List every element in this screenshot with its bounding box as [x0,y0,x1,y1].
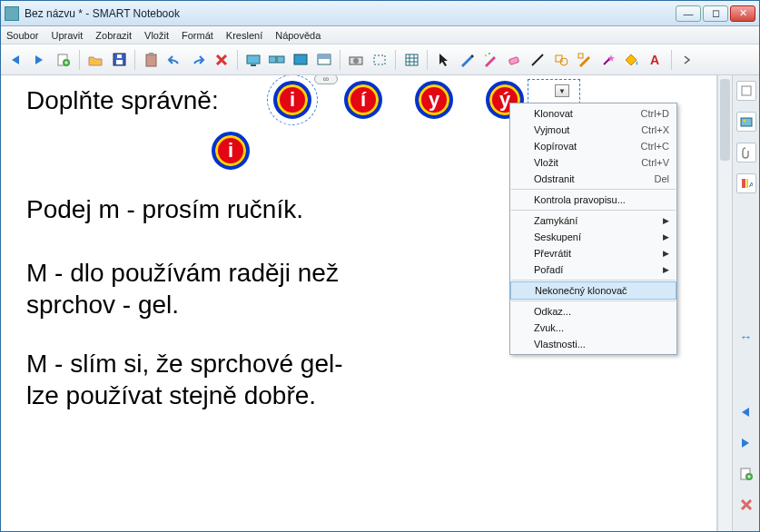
vertical-scrollbar[interactable] [717,75,732,531]
svg-rect-22 [556,55,562,62]
delete-button[interactable] [212,50,232,70]
side-panel: A ↔ [732,75,759,531]
svg-rect-29 [742,179,745,188]
svg-rect-17 [406,54,418,65]
svg-rect-4 [117,54,122,58]
svg-rect-10 [277,56,284,63]
svg-text:A: A [749,181,753,189]
svg-rect-6 [149,53,153,56]
letter-circle-clone[interactable]: i [212,132,250,170]
shape-recognition-button[interactable] [575,50,595,70]
table-button[interactable] [401,50,421,70]
letter-circle-y[interactable]: y [415,81,453,119]
ctx-paste[interactable]: VložitCtrl+V [510,154,676,171]
line-button[interactable] [528,50,548,70]
prev-page-button[interactable] [736,402,756,422]
minimize-button[interactable]: — [676,5,701,22]
shade-button[interactable] [314,50,334,70]
undo-button[interactable] [164,50,184,70]
panel-collapse-icon[interactable]: ↔ [740,330,753,344]
ctx-locking[interactable]: Zamykání▶ [510,212,676,229]
shape-button[interactable] [551,50,571,70]
pointer-button[interactable] [433,50,453,70]
delete-page-button[interactable] [736,495,756,515]
tab-attachments[interactable] [736,143,756,163]
forward-button[interactable] [30,50,50,70]
new-page-button[interactable] [54,50,74,70]
save-button[interactable] [109,50,129,70]
ctx-grouping[interactable]: Seskupení▶ [510,229,676,245]
tab-gallery[interactable] [736,112,756,132]
tab-page-sorter[interactable] [736,81,756,101]
fill-button[interactable] [622,50,642,70]
letter-circle-i-acute[interactable]: í [344,81,382,119]
menu-view[interactable]: Zobrazit [95,30,132,41]
window-title: Bez názvu * - SMART Notebook [25,7,676,20]
svg-rect-8 [251,64,256,66]
next-page-button[interactable] [736,433,756,453]
text-button[interactable]: A [646,50,666,70]
creative-pen-button[interactable] [480,50,500,70]
toolbar: A [1,44,759,75]
eraser-button[interactable] [504,50,524,70]
page-title: Doplňte správně: [26,86,219,115]
redo-button[interactable] [188,50,208,70]
svg-rect-24 [578,54,583,58]
menu-help[interactable]: Nápověda [275,30,321,41]
screen-button[interactable] [243,50,263,70]
ctx-copy[interactable]: KopírovatCtrl+C [510,138,676,154]
menu-edit[interactable]: Upravit [51,30,83,41]
menu-draw[interactable]: Kreslení [226,30,262,41]
infinity-clone-badge: ∞ [314,75,338,84]
ctx-sound[interactable]: Zvuk... [510,320,676,336]
ctx-cut[interactable]: VyjmoutCtrl+X [510,122,676,138]
paste-button[interactable] [141,50,161,70]
ctx-delete[interactable]: OdstranitDel [510,171,676,187]
dual-screen-button[interactable] [267,50,287,70]
svg-text:A: A [650,54,659,66]
svg-point-19 [489,53,490,54]
workarea: Doplňte správně: ∞ i í y ý i ▼ Podej m -… [1,75,759,531]
menu-format[interactable]: Formát [182,30,213,41]
svg-rect-20 [508,56,518,64]
object-menu-dropdown[interactable]: ▼ [555,84,569,97]
exercise-line-3: M - slím si, že sprchové gel- lze použív… [26,348,343,411]
letter-circle-i[interactable]: i [273,81,311,119]
svg-point-18 [485,54,487,56]
svg-rect-13 [318,54,331,59]
exercise-line-2: M - dlo používám raději než sprchov - ge… [26,257,339,320]
svg-rect-9 [269,56,276,63]
svg-point-28 [743,120,745,123]
ctx-flip[interactable]: Převrátit▶ [510,245,676,261]
svg-rect-11 [294,54,307,64]
toolbar-overflow-button[interactable] [677,50,697,70]
menu-file[interactable]: Soubor [6,30,38,41]
ctx-clone[interactable]: KlonovatCtrl+D [510,105,676,122]
svg-point-15 [353,58,359,64]
ctx-order[interactable]: Pořadí▶ [510,261,676,278]
magic-pen-button[interactable] [598,50,618,70]
add-page-button[interactable] [736,464,756,484]
camera-button[interactable] [346,50,366,70]
svg-rect-30 [746,179,748,188]
titlebar: Bez názvu * - SMART Notebook — ◻ ✕ [1,1,759,26]
pen-button[interactable] [457,50,477,70]
fullscreen-button[interactable] [291,50,311,70]
capture-button[interactable] [370,50,390,70]
maximize-button[interactable]: ◻ [703,5,728,22]
scrollbar-thumb[interactable] [720,79,730,161]
ctx-spellcheck[interactable]: Kontrola pravopisu... [510,192,676,208]
ctx-infinite-cloner[interactable]: Nekonečný klonovač [510,281,676,300]
back-button[interactable] [6,50,26,70]
app-window: Bez názvu * - SMART Notebook — ◻ ✕ Soubo… [0,0,760,532]
svg-line-21 [532,54,543,65]
open-button[interactable] [85,50,105,70]
tab-properties[interactable]: A [736,173,756,193]
context-menu: KlonovatCtrl+D VyjmoutCtrl+X KopírovatCt… [509,103,677,355]
canvas[interactable]: Doplňte správně: ∞ i í y ý i ▼ Podej m -… [1,75,717,531]
ctx-link[interactable]: Odkaz... [510,303,676,320]
menu-insert[interactable]: Vložit [144,30,169,41]
close-button[interactable]: ✕ [730,5,755,22]
exercise-line-1: Podej m - prosím ručník. [26,193,303,225]
ctx-properties[interactable]: Vlastnosti... [510,336,676,352]
